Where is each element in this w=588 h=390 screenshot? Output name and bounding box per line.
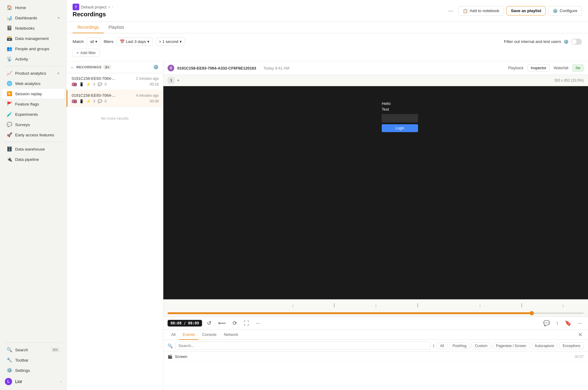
events-tab-console[interactable]: Console [198,330,220,340]
filter-btn-pageview[interactable]: Pageview / Screen [493,343,530,349]
bookmark-button[interactable]: 🔖 [563,319,573,328]
sidebar-item-people-groups[interactable]: 👥 People and groups [2,44,64,54]
chevron-down-icon: ▾ [95,39,97,44]
breadcrumb: T Default project ▾ / [73,4,443,10]
events-tab-network[interactable]: Network [220,330,242,340]
player-tab-playback[interactable]: Playback [505,64,527,72]
expand-icon[interactable]: ›‹ [71,65,74,70]
sidebar-item-data-warehouse[interactable]: 🗄️ Data warehouse [2,144,64,154]
header-actions: ··· 📋 Add to notebook Save as playlist ⚙… [446,6,582,16]
events-close-button[interactable]: ✕ [577,330,584,339]
sidebar-item-home[interactable]: 🏠 Home [2,3,64,12]
sidebar-item-search[interactable]: 🔍 Search ⌘K [2,345,64,355]
duration-filter-select[interactable]: > 1 second ▾ [156,37,185,46]
more-actions-button[interactable]: ··· [576,319,584,328]
events-filter-buttons: All PostHog Custom Pageview / Screen [437,343,584,349]
events-tab-events[interactable]: Events [179,330,198,340]
match-all-select[interactable]: all ▾ [87,37,101,46]
add-to-notebook-button[interactable]: 📋 Add to notebook [458,6,504,16]
event-item-screen[interactable]: 🎬 Screen 00:07 [163,352,588,362]
chevron-down-icon: ▾ [58,16,60,20]
more-controls-button[interactable]: ··· [254,319,262,328]
back-10s-button[interactable]: ⟵ [216,319,228,328]
sidebar-item-notebooks[interactable]: 📓 Notebooks [2,23,64,33]
session-replay-icon: ▶️ [7,91,12,96]
fullscreen-button[interactable]: ⛶ [242,319,251,328]
sidebar-item-session-replay[interactable]: ▶️ Session replay [2,89,64,99]
save-as-playlist-button[interactable]: Save as playlist [506,6,546,15]
step-badge[interactable]: 1 [168,77,175,84]
sidebar-item-data-pipeline[interactable]: 🔌 Data pipeline [2,154,64,164]
add-icon[interactable]: + [57,71,60,76]
controls-right: 💬 ↑ 🔖 ··· [541,319,584,328]
sidebar: 🏠 Home 📊 Dashboards ▾ 📓 Notebooks 🗃️ Dat… [0,0,67,390]
sidebar-item-toolbar[interactable]: 🔧 Toolbar [2,355,64,365]
events-tab-all[interactable]: All [168,330,179,340]
filter-btn-autocapture[interactable]: Autocapture [531,343,558,349]
player-header: 0 0191C158-EE93-7064-A332-CF6F6E120163 ·… [163,61,588,75]
sidebar-item-data-management[interactable]: 🗃️ Data management [2,34,64,43]
sidebar-item-feature-flags[interactable]: 🚩 Feature flags [2,99,64,109]
fullscreen-icon: ⛶ [244,320,249,327]
events-search-input[interactable] [175,342,430,350]
filter-internal-toggle[interactable] [571,39,582,45]
recording-item[interactable]: 0191C158-EE93-7064-... 2 minutes ago 🇬🇧 … [67,73,163,90]
info-icon[interactable]: ℹ [433,343,434,348]
timeline-tick [480,304,480,307]
sidebar-item-experiments[interactable]: 🧪 Experiments [2,109,64,119]
user-name: Lior [15,379,22,384]
sidebar-item-surveys[interactable]: 💬 Surveys [2,120,64,129]
feature-flags-icon: 🚩 [7,101,12,107]
player-tab-waterfall[interactable]: Waterfall [550,64,572,72]
chevron-down-icon: ▾ [147,39,149,44]
add-filter-button[interactable]: + Add filter [73,49,100,57]
tab-playlists[interactable]: Playlists [104,22,129,33]
replay-button[interactable]: ↺ [205,319,213,328]
filter-btn-all[interactable]: All [437,343,447,349]
date-filter-select[interactable]: 📅 Last 3 days ▾ [116,37,153,46]
screen-event-label: Screen [175,354,187,359]
timeline-thumb[interactable] [530,311,534,315]
chevron-down-icon: ▾ [180,39,182,44]
recordings-count: 2+ [103,65,111,69]
filter-btn-exceptions[interactable]: Exceptions [559,343,584,349]
recordings-panel: ›‹ RECORDINGS 2+ ⚙️ 0191C158-EE93-7064-.… [67,61,163,390]
comment-button[interactable]: 💬 [541,319,552,328]
recording-meta: 🇬🇧 📱 ⚡ 3 💬 0 00:09 [72,99,159,104]
content-area: ›‹ RECORDINGS 2+ ⚙️ 0191C158-EE93-7064-.… [67,61,588,390]
tab-recordings[interactable]: Recordings [73,22,104,33]
filter-settings-icon[interactable]: ⚙️ [564,39,569,44]
sidebar-item-web-analytics[interactable]: 🌐 Web analytics [2,79,64,88]
project-name[interactable]: Default project [81,5,106,9]
filter-btn-custom[interactable]: Custom [472,343,491,349]
sidebar-item-activity[interactable]: 📡 Activity [2,54,64,64]
configure-button[interactable]: ⚙️ Configure [548,6,582,16]
timeline-progress [168,312,534,314]
test-text: Test [382,107,418,112]
filter-btn-posthog[interactable]: PostHog [449,343,470,349]
timeline-bar[interactable] [168,312,584,314]
match-label: Match [73,39,84,44]
user-profile[interactable]: L Lior › [0,375,66,388]
dashboards-icon: 📊 [7,15,12,21]
more-options-button[interactable]: ··· [446,6,456,15]
sidebar-item-label: Dashboards [15,16,37,20]
player-tab-new[interactable]: Ne [572,64,584,72]
recordings-settings-icon[interactable]: ⚙️ [153,64,159,70]
page-title: Recordings [73,11,443,18]
recordings-header: ›‹ RECORDINGS 2+ ⚙️ [67,61,163,73]
sidebar-item-early-access[interactable]: 🚀 Early access features [2,130,64,140]
forward-10s-button[interactable]: ⟳ [231,319,239,328]
sidebar-item-product-analytics[interactable]: 📈 Product analytics + [2,68,64,78]
chevron-down-icon[interactable]: ▾ [177,78,179,83]
sidebar-item-label: Data management [15,36,49,41]
timeline-area [163,299,588,317]
player-tab-inspector[interactable]: Inspector [528,64,550,72]
sidebar-item-settings[interactable]: ⚙️ Settings [2,366,64,375]
sidebar-item-dashboards[interactable]: 📊 Dashboards ▾ [2,13,64,23]
timeline-tick [521,303,522,307]
recording-item-active[interactable]: 0191C158-EE93-7064-... 4 minutes ago 🇬🇧 … [67,90,163,107]
share-button[interactable]: ↑ [554,319,560,328]
sidebar-bottom-divider [4,343,63,343]
click-icon: ⚡ [86,99,91,103]
